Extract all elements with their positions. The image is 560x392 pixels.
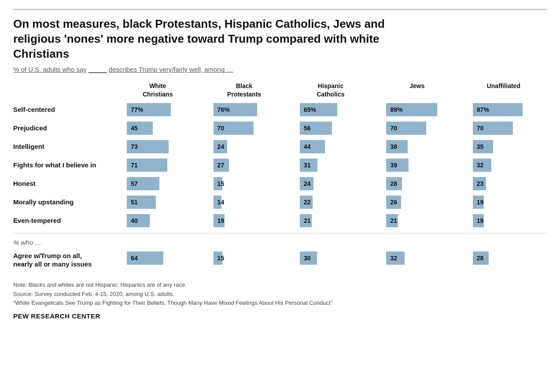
bar-cell: 32 <box>461 159 547 172</box>
bar-value: 19 <box>475 217 484 224</box>
column-headers: WhiteChristians BlackProtestants Hispani… <box>114 82 547 98</box>
row-bars: 5715242823 <box>114 177 547 190</box>
bar-cell: 57 <box>114 177 201 190</box>
bar-cell: 70 <box>374 122 460 135</box>
bar: 65% <box>300 103 337 116</box>
bar-value: 56 <box>302 125 311 132</box>
bar-value: 76% <box>216 106 230 113</box>
bar-value: 51 <box>129 199 138 206</box>
row-label: Even-tempered <box>13 216 114 225</box>
top-border <box>13 9 547 10</box>
bar: 39 <box>386 159 409 172</box>
bar-cell: 76% <box>201 103 287 116</box>
bar-value: 30 <box>302 255 311 262</box>
row-bars: 7127313932 <box>114 159 547 172</box>
bar-cell: 87% <box>461 103 547 116</box>
footnote: Source: Survey conducted Feb. 4-15, 2020… <box>13 290 547 299</box>
table-row: Morally upstanding5114222619 <box>13 194 547 210</box>
bar-value: 77% <box>129 106 143 113</box>
bar: 40 <box>127 214 150 227</box>
bar-cell: 44 <box>287 140 374 153</box>
bar-cell: 24 <box>287 177 374 190</box>
bar: 23 <box>473 177 486 190</box>
bar-cell: 26 <box>374 196 460 209</box>
bar-value: 70 <box>216 125 225 132</box>
bar-value: 19 <box>216 217 225 224</box>
bar: 45 <box>127 122 153 135</box>
bar: 19 <box>473 214 484 227</box>
table-row: Honest5715242823 <box>13 176 547 192</box>
data-rows-2: Agree w/Trump on all,nearly all or many … <box>13 250 547 273</box>
bar-value: 38 <box>388 143 397 150</box>
bar-cell: 39 <box>374 159 460 172</box>
bar-cell: 70 <box>461 122 547 135</box>
bar: 21 <box>386 214 398 227</box>
bar-value: 28 <box>388 180 397 187</box>
bar-cell: 77% <box>114 103 201 116</box>
bar: 35 <box>473 140 493 153</box>
bar-value: 31 <box>302 162 311 169</box>
bar-cell: 40 <box>114 214 201 227</box>
bar-cell: 64 <box>114 251 201 265</box>
col-header-jews: Jews <box>374 82 460 98</box>
table-row: Fights for what I believe in7127313932 <box>13 157 547 173</box>
bar-cell: 28 <box>374 177 460 190</box>
bar: 24 <box>214 140 227 153</box>
bar-value: 27 <box>216 162 225 169</box>
bar-value: 44 <box>302 143 311 150</box>
bar-cell: 89% <box>374 103 460 116</box>
bar: 70 <box>473 122 513 135</box>
bar: 22 <box>300 196 313 209</box>
row-bars: 5114222619 <box>114 196 547 209</box>
bar-value: 45 <box>129 125 138 132</box>
chart-subtitle: % of U.S. adults who say _____ describes… <box>13 66 547 73</box>
bar: 19 <box>214 214 225 227</box>
bar-cell: 38 <box>374 140 460 153</box>
bar: 21 <box>300 214 312 227</box>
data-rows: Self-centered77%76%65%89%87%Prejudiced45… <box>13 102 547 229</box>
row-bars: 77%76%65%89%87% <box>114 103 547 116</box>
bar: 31 <box>300 159 317 172</box>
bar: 26 <box>386 196 401 209</box>
footnote: Note: Blacks and whites are not Hispanic… <box>13 281 547 290</box>
bar-value: 89% <box>388 106 402 113</box>
bar-cell: 19 <box>461 196 547 209</box>
section2-label: % who … <box>13 239 547 246</box>
bar-cell: 51 <box>114 196 201 209</box>
bar-cell: 45 <box>114 122 201 135</box>
row-bars: 4019212119 <box>114 214 547 227</box>
bar: 87% <box>473 103 523 116</box>
bar: 24 <box>300 177 313 190</box>
bar-cell: 70 <box>201 122 287 135</box>
bar-value: 24 <box>216 143 225 150</box>
bar-cell: 14 <box>201 196 287 209</box>
row-label: Fights for what I believe in <box>13 161 114 170</box>
table-row: Even-tempered4019212119 <box>13 213 547 229</box>
pew-logo: PEW RESEARCH CENTER <box>13 312 547 320</box>
bar: 32 <box>473 159 491 172</box>
bar: 76% <box>214 103 257 116</box>
bar-cell: 30 <box>287 251 374 265</box>
bar-cell: 15 <box>201 251 287 265</box>
bar: 28 <box>386 177 402 190</box>
bar-cell: 22 <box>287 196 374 209</box>
bar-cell: 27 <box>201 159 287 172</box>
table-row: Prejudiced4570567070 <box>13 120 547 136</box>
bar: 14 <box>214 196 221 209</box>
bar-value: 19 <box>475 199 484 206</box>
bar-cell: 35 <box>461 140 547 153</box>
bar: 73 <box>127 140 169 153</box>
bar-cell: 56 <box>287 122 374 135</box>
bar-cell: 21 <box>287 214 374 227</box>
row-bars: 7324443835 <box>114 140 547 153</box>
chart-container: WhiteChristians BlackProtestants Hispani… <box>13 82 547 272</box>
bar-value: 87% <box>475 106 489 113</box>
bar-cell: 31 <box>287 159 374 172</box>
col-header-hispanic: HispanicCatholics <box>287 82 374 98</box>
bar: 77% <box>127 103 171 116</box>
row-label: Morally upstanding <box>13 198 114 207</box>
col-header-white: WhiteChristians <box>114 82 201 98</box>
row-label: Honest <box>13 179 114 188</box>
col-header-unaffiliated: Unaffiliated <box>461 82 547 98</box>
bar-cell: 65% <box>287 103 374 116</box>
